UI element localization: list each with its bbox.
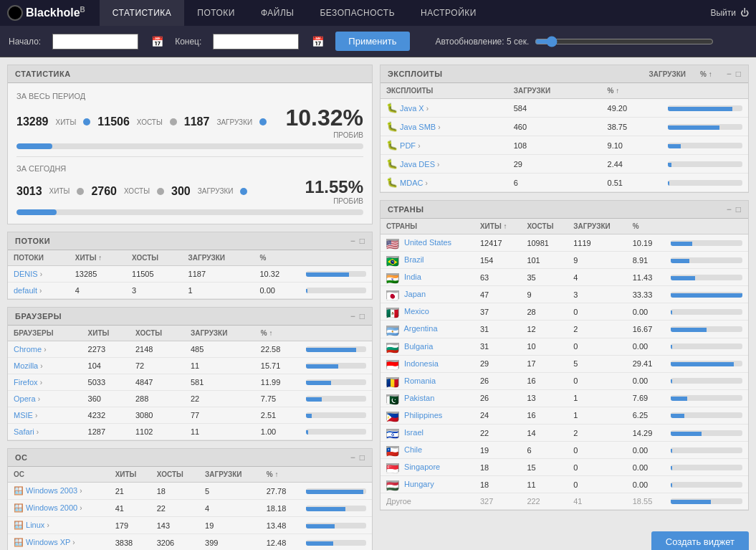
streams-expand[interactable]: □ [360,237,365,245]
exploit-name[interactable]: 🐛 Java DES › [381,155,508,174]
table-row: Mozilla › 104 72 11 15.71 [8,358,372,374]
country-bar [665,476,748,493]
nav-statistics[interactable]: СТАТИСТИКА [100,0,184,26]
stream-name[interactable]: default › [8,283,70,299]
downloads-toggle-indicator [259,118,267,125]
right-panel: ЭКСПЛОИТЫ ЗАГРУЗКИ % ↑ − □ ЭКСПЛОИТЫ ЗАГ… [380,65,749,550]
os-minimize[interactable]: − [350,453,355,462]
os-expand[interactable]: □ [360,453,365,462]
end-date-input[interactable] [213,34,299,49]
exploit-name[interactable]: 🐛 MDAC › [381,174,508,192]
country-name[interactable]: 🇮🇱 Israel [381,425,474,442]
country-downloads: 0 [568,303,627,321]
browser-hosts: 1102 [130,424,185,440]
nav-files[interactable]: ФАЙЛЫ [248,0,307,26]
country-name[interactable]: 🇧🇷 Brazil [381,252,474,269]
table-row: 🪟 Windows 2003 › 21 18 5 27.78 [8,483,372,500]
country-name[interactable]: 🇷🇴 Romania [381,372,474,389]
os-name[interactable]: 🪟 Windows 2003 › [8,483,110,500]
country-name[interactable]: 🇵🇭 Philippines [381,407,474,424]
browser-name[interactable]: Chrome › [8,341,82,358]
total-downloads-count: 1187 [184,115,210,128]
stream-hits: 13285 [70,266,126,283]
exploit-bar [662,118,748,136]
country-name[interactable]: 🇦🇷 Argentina [381,321,474,338]
browser-name[interactable]: Mozilla › [8,358,82,374]
browsers-minimize[interactable]: − [350,312,355,321]
browser-pct: 22.58 [255,341,300,358]
country-pct: 6.25 [627,407,665,424]
country-hits: 37 [474,303,521,321]
countries-minimize[interactable]: − [727,205,732,214]
today-hosts-count: 2760 [91,185,117,198]
exploits-expand[interactable]: □ [736,70,741,78]
country-name[interactable]: 🇨🇱 Chile [381,442,474,459]
os-name[interactable]: 🪟 Windows XP › [8,534,110,551]
country-name[interactable]: 🇵🇰 Pakistan [381,389,474,407]
exploit-name[interactable]: 🐛 Java SMB › [381,118,508,136]
browser-downloads: 581 [185,374,255,391]
col-streams-hits: ХИТЫ ↑ [70,250,126,266]
browser-name[interactable]: MSIE › [8,407,82,424]
nav-security[interactable]: БЕЗОПАСНОСТЬ [307,0,408,26]
country-name[interactable]: 🇭🇺 Hungary [381,476,474,493]
col-exploit-downloads: ЗАГРУЗКИ [508,83,602,99]
countries-header: СТРАНЫ − □ [381,201,748,219]
os-hosts: 3206 [151,534,199,551]
os-name[interactable]: 🪟 Windows 2000 › [8,500,110,517]
autoupdate-section: Автообновление: 5 сек. [436,36,714,47]
apply-button[interactable]: Применить [335,32,409,51]
total-hits-label: ХИТЫ [56,118,77,126]
table-row: Safari › 1287 1102 11 1.00 [8,424,372,440]
exploits-table-body: 🐛 Java X › 584 49.20 🐛 Java SMB › 460 38… [381,99,748,192]
start-date-input[interactable] [52,34,138,49]
exploits-minimize[interactable]: − [727,70,732,78]
nav-settings[interactable]: НАСТРОЙКИ [408,0,489,26]
start-calendar-icon[interactable]: 📅 [151,36,163,47]
exploit-name[interactable]: 🐛 Java X › [381,99,508,118]
country-hosts: 222 [521,493,568,510]
stream-hosts: 11505 [126,266,183,283]
country-name[interactable]: 🇸🇬 Singapore [381,459,474,476]
stream-downloads: 1 [183,283,254,299]
browsers-table: БРАУЗЕРЫ ХИТЫ ХОСТЫ ЗАГРУЗКИ % ↑ Chrome … [8,326,372,440]
table-row: 🇵🇰 Pakistan 26 13 1 7.69 [381,389,748,407]
country-name[interactable]: 🇺🇸 United States [381,234,474,252]
create-widget-button[interactable]: Создать виджет [651,531,749,550]
countries-table-body: 🇺🇸 United States 12417 10981 1119 10.19 … [381,234,748,510]
col-browser-name: БРАУЗЕРЫ [8,326,82,341]
exploit-name[interactable]: 🐛 PDF › [381,136,508,155]
os-pct: 18.18 [261,500,300,517]
country-name[interactable]: 🇮🇳 India [381,269,474,286]
exploits-panel: ЭКСПЛОИТЫ ЗАГРУЗКИ % ↑ − □ ЭКСПЛОИТЫ ЗАГ… [380,65,749,193]
country-downloads: 0 [568,476,627,493]
end-calendar-icon[interactable]: 📅 [312,36,324,47]
table-row: 🐛 Java X › 584 49.20 [381,99,748,118]
browser-name[interactable]: Opera › [8,391,82,407]
country-name[interactable]: 🇯🇵 Japan [381,286,474,303]
country-bar [665,442,748,459]
browser-bar [300,358,372,374]
country-pct: 0.00 [627,372,665,389]
country-name[interactable]: 🇲🇽 Mexico [381,303,474,321]
country-hosts: 10981 [521,234,568,252]
autoupdate-slider[interactable] [535,36,714,47]
browsers-expand[interactable]: □ [360,312,365,321]
col-exploits-downloads-hdr: ЗАГРУЗКИ [649,70,686,78]
browser-bar [300,407,372,424]
nav-streams[interactable]: ПОТОКИ [184,0,248,26]
browser-name[interactable]: Firefox › [8,374,82,391]
country-name[interactable]: 🇧🇬 Bulgaria [381,338,474,355]
os-name[interactable]: 🪟 Linux › [8,517,110,534]
countries-expand[interactable]: □ [736,205,741,214]
browser-name[interactable]: Safari › [8,424,82,440]
table-row: 🇮🇱 Israel 22 14 2 14.29 [381,425,748,442]
country-hosts: 28 [521,303,568,321]
country-hits: 18 [474,459,521,476]
logout-button[interactable]: Выйти ⏻ [710,8,749,18]
streams-minimize[interactable]: − [350,237,355,245]
stream-name[interactable]: DENIS › [8,266,70,283]
exploit-bar [662,174,748,192]
country-name[interactable]: 🇮🇩 Indonesia [381,355,474,372]
browser-pct: 7.75 [255,391,300,407]
